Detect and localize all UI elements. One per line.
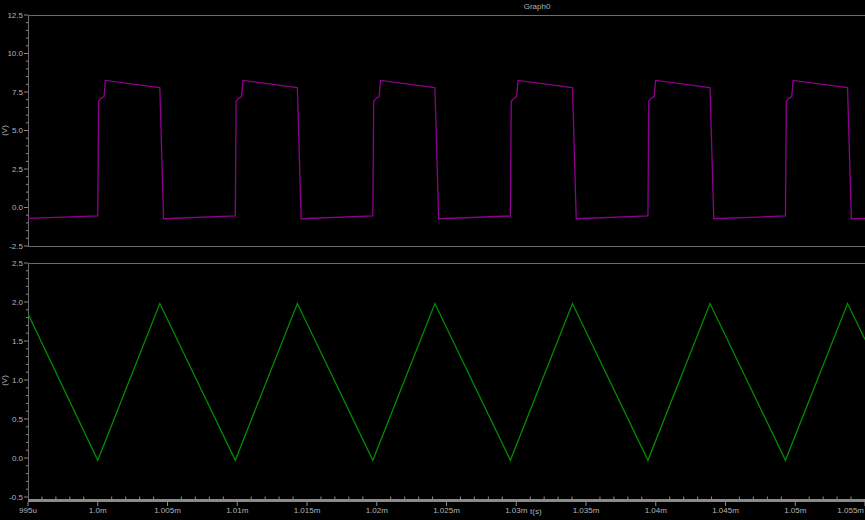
x-tick-label: 1.025m [433, 506, 460, 515]
y-tick-label: 0.0 [12, 203, 24, 212]
graph-window: Graph0 12.510.07.55.02.50.0-2.52.52.01.5… [0, 0, 865, 520]
bottom-plot-area[interactable] [28, 263, 865, 497]
x-tick-label: 1.01m [226, 506, 249, 515]
bottom-plot-y-axis-label: (V) [0, 375, 9, 386]
y-tick-label: 2.5 [12, 259, 24, 268]
y-tick-label: 10.0 [7, 49, 23, 58]
y-tick-label: 2.0 [12, 298, 24, 307]
x-tick-label: 1.05m [784, 506, 807, 515]
x-tick-label: 1.02m [366, 506, 389, 515]
y-tick-label: 12.5 [7, 11, 23, 20]
y-tick-label: -0.5 [9, 493, 23, 502]
y-tick-label: 2.5 [12, 165, 24, 174]
x-tick-label: 1.04m [645, 506, 668, 515]
x-tick-label: 1.015m [294, 506, 321, 515]
y-tick-label: 5.0 [12, 126, 24, 135]
y-tick-label: -2.5 [9, 242, 23, 251]
x-tick-label: 1.035m [573, 506, 600, 515]
y-tick-label: 7.5 [12, 88, 24, 97]
x-tick-label: 1.045m [712, 506, 739, 515]
x-axis-label: t(s) [530, 507, 542, 516]
y-tick-label: 1.0 [12, 376, 24, 385]
waveform-chart[interactable]: 12.510.07.55.02.50.0-2.52.52.01.51.00.50… [0, 0, 865, 520]
y-tick-label: 1.5 [12, 337, 24, 346]
y-tick-label: 0.5 [12, 415, 24, 424]
x-tick-label: 1.03m [505, 506, 528, 515]
top-plot-y-axis-label: (V) [0, 125, 9, 136]
top-plot-area[interactable] [28, 15, 865, 246]
y-tick-label: 0.0 [12, 454, 24, 463]
x-tick-label: 1.055m [837, 506, 864, 515]
x-tick-label: 1.0m [89, 506, 107, 515]
x-tick-label: 1.005m [154, 506, 181, 515]
x-tick-label: 995u [19, 506, 37, 515]
x-axis-bar [28, 499, 865, 502]
